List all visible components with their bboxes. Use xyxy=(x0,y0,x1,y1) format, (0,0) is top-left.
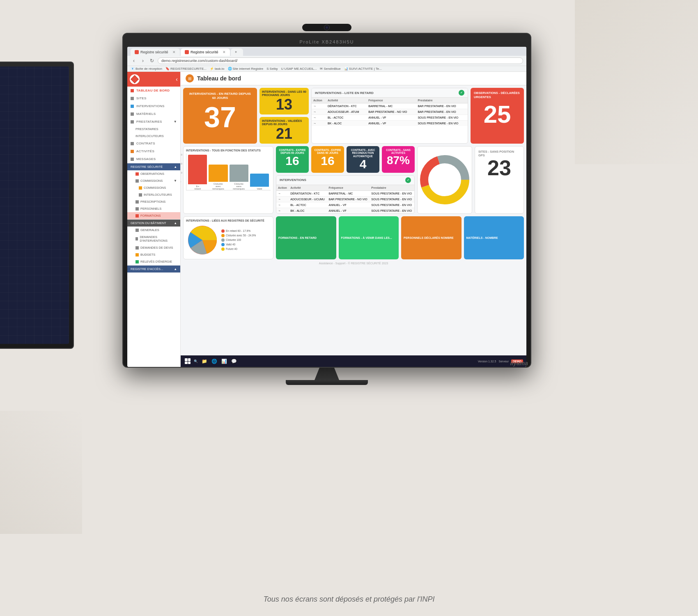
bookmark-7[interactable]: ✉ SendInBlue xyxy=(320,67,340,71)
taskbar-search[interactable]: 🔍 xyxy=(194,360,198,363)
forward-button[interactable]: › xyxy=(140,57,146,64)
sidebar-item-contrats[interactable]: CONTRATS xyxy=(127,140,180,147)
tab-close-1[interactable]: ✕ xyxy=(172,50,176,54)
sidebar-item-sites[interactable]: SITES xyxy=(127,94,180,102)
taskbar-icon-3[interactable]: 📊 xyxy=(220,357,228,365)
browser-tab-2[interactable]: Registre sécurité ✕ xyxy=(181,48,230,56)
dem-int-label: DEMANDES D'INTERVENTIONS xyxy=(140,235,177,243)
sidebar-item-prestataires[interactable]: PRESTATAIRES ▼ xyxy=(127,118,180,126)
legend-label-5: Future 40 xyxy=(226,247,237,250)
y-label-180: 180 xyxy=(181,163,182,165)
legend-label-1: En retard 60 - 17.9% xyxy=(226,229,250,232)
sidebar-subitem-interlocuteurs2[interactable]: INTERLOCUTEURS xyxy=(127,191,180,198)
sidebar-item-personnels[interactable]: PERSONNELS xyxy=(127,205,180,212)
top-row: INTERVENTIONS - EN RETARD DEPUIS 60 JOUR… xyxy=(183,88,524,144)
sidebar-label-tableau: TABLEAU DE BORD xyxy=(136,89,170,92)
sidebar-toggle[interactable]: ‹ xyxy=(176,76,178,82)
stand-base xyxy=(286,380,368,385)
webcam xyxy=(302,24,351,31)
taskbar-icon-2[interactable]: 🌐 xyxy=(210,357,218,365)
pie-chart-panel: INTERVENTIONS - LIÉES AUX REGISTRES DE S… xyxy=(183,216,273,259)
sidebar-subitem-prestataires[interactable]: PRESTATAIRES xyxy=(127,126,180,133)
legend-4: Valid 40 xyxy=(221,243,256,246)
monitor-stand xyxy=(286,368,368,385)
pie-chart xyxy=(186,224,219,256)
contrat-reconduction-value: 4 xyxy=(360,158,367,170)
bookmark-1[interactable]: 📧 Boîte de réception xyxy=(131,67,162,71)
bottom-row: INTERVENTIONS - LIÉES AUX REGISTRES DE S… xyxy=(183,216,524,259)
logo-diamond xyxy=(131,75,139,83)
sidebar-category-registre: REGISTRE SÉCURITÉ ▲ xyxy=(127,163,180,170)
sub-label-prestataires: PRESTATAIRES xyxy=(135,127,158,131)
sidebar-item-tableau[interactable]: TABLEAU DE BORD xyxy=(127,87,180,94)
refresh-button[interactable]: ↻ xyxy=(149,57,155,64)
sidebar-item-messages[interactable]: MESSAGES xyxy=(127,155,180,163)
sidebar-subitem-commissions2[interactable]: COMMISSIONS xyxy=(127,184,180,191)
sidebar-label-materiels: MATÉRIELS xyxy=(136,112,156,116)
sidebar-category-gestion: GESTION DU BÂTIMENT ▲ xyxy=(127,220,180,227)
budget-icon xyxy=(135,253,139,256)
browser-tab-new[interactable]: + xyxy=(231,48,243,56)
sidebar-item-commissions[interactable]: COMMISSIONS ▼ xyxy=(127,177,180,184)
pers-icon xyxy=(135,207,139,211)
bar-label-2: Cloturéeavecremarques xyxy=(212,183,224,190)
sidebar-item-budgets[interactable]: BUDGETS xyxy=(127,251,180,258)
donut-panel xyxy=(417,146,472,214)
sidebar-item-releves[interactable]: RELEVÉS D'ÉNERGIE xyxy=(127,258,180,265)
row3-activite: BL - ACTOC xyxy=(326,115,367,121)
bg-accent-2 xyxy=(0,411,82,534)
sidebar-item-generales[interactable]: GENERALES xyxy=(127,227,180,234)
registre-label: REGISTRE SÉCURITÉ xyxy=(131,165,163,169)
sidebar-item-observations[interactable]: OBSERVATIONS xyxy=(127,170,180,177)
bookmark-4[interactable]: 🌐 Site internet Registre xyxy=(228,67,264,71)
bookmarks-bar: 📧 Boîte de réception 🔖 REGISTRESECURITE.… xyxy=(127,66,526,71)
taskbar-icon-1[interactable]: 📁 xyxy=(200,357,209,365)
table-row: → DÉRATISATION - KTC BARRETRAL - MC BAR … xyxy=(312,103,468,109)
sidebar-item-activites[interactable]: ACTIVITÉS xyxy=(127,147,180,155)
bookmark-3[interactable]: ⚡ task.to xyxy=(210,67,225,71)
sidebar-item-demandes-devis[interactable]: DEMANDES DE DEVIS xyxy=(127,244,180,251)
obs-urgent-value: 25 xyxy=(474,101,521,128)
bg-accent-1 xyxy=(575,0,698,164)
browser-tab-1[interactable]: Registre sécurité ✕ xyxy=(131,48,180,56)
table-row: → ADOUCISSEUR - ATUM BAR PRESTATAIRE - N… xyxy=(312,109,468,115)
bookmark-6[interactable]: U USAP ME ACCUEIL... xyxy=(281,67,317,71)
sidebar-item-demandes-int[interactable]: DEMANDES D'INTERVENTIONS xyxy=(127,234,180,244)
back-button[interactable]: ‹ xyxy=(131,57,137,64)
inter2-label: INTERLOCUTEURS xyxy=(144,193,172,197)
monitor-screen: Registre sécurité ✕ Registre sécurité ✕ … xyxy=(127,47,526,367)
sidebar-section-registre: OBSERVATIONS COMMISSIONS ▼ COMMISSIONS xyxy=(127,170,180,220)
row1-action: → xyxy=(312,103,326,109)
bookmark-5[interactable]: S Selby xyxy=(266,67,278,71)
gen-icon xyxy=(135,229,139,232)
contrat-reconduction: CONTRATS - AVEC RECONDUCTION AUTOMATIQUE… xyxy=(347,146,379,173)
svg-point-3 xyxy=(432,167,457,192)
bookmark-2[interactable]: 🔖 REGISTRESECURITE... xyxy=(165,67,207,71)
contrat-reconduction-title: CONTRATS - AVEC RECONDUCTION AUTOMATIQUE xyxy=(349,149,377,158)
pie-chart-container: En retard 60 - 17.9% Cloturée avec 50 - … xyxy=(186,224,271,256)
sidebar-label-sites: SITES xyxy=(136,96,147,100)
taskbar-icon-4[interactable]: 💬 xyxy=(230,357,238,365)
bar-group-2: Cloturéeavecremarques xyxy=(209,165,227,190)
monitor-brand: ProLite XB2483H5U xyxy=(127,38,526,47)
tab-close-2[interactable]: ✕ xyxy=(223,50,226,54)
sidebar-item-prescriptions[interactable]: PRESCRIPTIONS xyxy=(127,198,180,205)
formations-retard-kpi: FORMATIONS - EN RETARD xyxy=(276,216,336,259)
bookmark-8[interactable]: 📊 SUIVI ACTIVITE | Te... xyxy=(344,67,382,71)
obs-icon xyxy=(135,172,139,176)
sidebar-item-formations[interactable]: FORMATIONS xyxy=(127,212,180,219)
row4-action: → xyxy=(312,121,326,126)
tableau-icon xyxy=(131,89,134,92)
start-button[interactable] xyxy=(184,357,191,365)
sub-label-interlocuteurs: INTERLOCUTEURS xyxy=(135,134,164,138)
monitor-shell: ProLite XB2483H5U Registre sécurité ✕ xyxy=(122,33,531,368)
sidebar-section-gestion: GENERALES DEMANDES D'INTERVENTIONS DEMAN… xyxy=(127,227,180,266)
tab-favicon-1 xyxy=(135,50,139,54)
int-table: Action Activité Fréquence Prestataire xyxy=(276,185,414,213)
form-label: FORMATIONS xyxy=(140,214,161,218)
url-bar[interactable]: demo.registresecurite.com/custom-dashboa… xyxy=(158,57,523,64)
sidebar-subitem-interlocuteurs[interactable]: INTERLOCUTEURS xyxy=(127,133,180,140)
sidebar-item-interventions[interactable]: INTERVENTIONS xyxy=(127,102,180,110)
sidebar-item-materiels[interactable]: MATÉRIELS xyxy=(127,110,180,118)
table-retard-header: INTERVENTIONS - LISTE EN RETARD ✓ xyxy=(312,88,468,98)
